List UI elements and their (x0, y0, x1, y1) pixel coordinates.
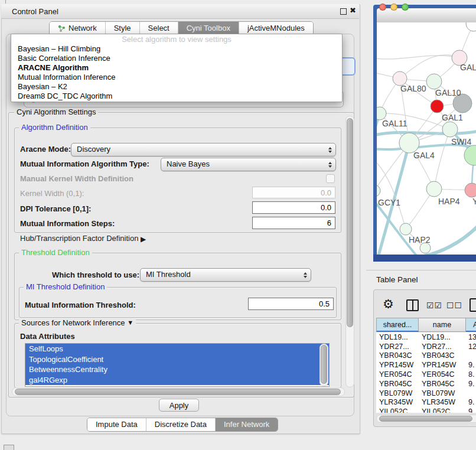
node-label: Y (472, 197, 476, 206)
dpi-tolerance-label: DPI Tolerance [0,1]: (20, 205, 91, 213)
panel-title: Control Panel (12, 7, 58, 16)
data-attributes-list: SelfLoops TopologicalCoefficient Between… (25, 343, 330, 387)
node-label: GAL80 (400, 84, 426, 93)
popup-item[interactable]: Basic Correlation Inference (11, 54, 342, 63)
combo-arrows-icon (328, 162, 332, 168)
dpi-tolerance-field[interactable] (252, 201, 335, 214)
scrollbar-thumb[interactable] (347, 118, 353, 327)
table-row[interactable]: YPR145WYPR145W9. (376, 360, 476, 370)
combo-value: Discovery (71, 144, 335, 155)
node-label: HAP2 (409, 235, 431, 244)
traffic-light-minimize-icon[interactable] (390, 4, 397, 11)
export-table-icon[interactable] (470, 298, 476, 312)
group-title: Algorithm Definition (19, 123, 90, 132)
combo-value: MI Threshold (141, 269, 311, 280)
tab-network[interactable]: Network (50, 22, 106, 35)
table-row[interactable]: YBR045CYBR045C9. (376, 379, 476, 389)
tab-select[interactable]: Select (140, 22, 178, 35)
node-label: GAL11 (382, 119, 407, 128)
network-icon (58, 25, 66, 32)
tab-label: Network (69, 22, 97, 35)
table-row[interactable]: YBR043CYBR043C (376, 351, 476, 361)
list-item[interactable]: TopologicalCoefficient (25, 354, 329, 365)
settings-vertical-scrollbar[interactable] (345, 116, 354, 387)
sources-group-title[interactable]: Sources for Network Inference ▼ (19, 319, 136, 327)
mi-algorithm-type-combo[interactable]: Naive Bayes (161, 158, 336, 171)
list-item[interactable]: SelfLoops (25, 344, 329, 354)
network-window-titlebar[interactable] (377, 8, 476, 23)
node-label: GAL4 (413, 151, 435, 160)
mi-steps-field[interactable] (252, 217, 335, 229)
combo-value: Naive Bayes (161, 158, 335, 169)
manual-kernel-label: Manual Kernel Width Definition (20, 175, 133, 183)
table-horizontal-scrollbar[interactable] (376, 415, 476, 423)
node-label: GAL (460, 63, 476, 72)
network-canvas[interactable]: GAL GAL80 GAL10 GAL1 GAL11 SWI4 GAL4 GCY… (377, 22, 476, 255)
popup-placeholder: Select algorithm to view settings (11, 35, 342, 44)
column-header-shared-name[interactable]: shared... (376, 318, 419, 332)
popup-item[interactable]: Bayesian – Hill Climbing (11, 44, 342, 54)
traffic-light-zoom-icon[interactable] (402, 4, 409, 11)
column-header-name[interactable]: name (419, 318, 466, 332)
list-scrollbar[interactable] (319, 344, 328, 386)
aracne-mode-combo[interactable]: Discovery (71, 143, 336, 156)
column-selector-icon[interactable] (406, 299, 419, 311)
tab-impute-data[interactable]: Impute Data (87, 418, 146, 431)
kernel-width-field[interactable] (252, 187, 335, 198)
node-label: GCY1 (378, 198, 400, 207)
mi-threshold-label: Mutual Information Threshold: (25, 301, 136, 309)
manual-kernel-checkbox[interactable] (326, 174, 335, 183)
combo-arrows-icon (304, 272, 307, 278)
hub-definition-expander[interactable]: Hub/Transcription Factor Definition ▶ (20, 234, 146, 243)
apply-button[interactable]: Apply (159, 399, 199, 412)
table-row[interactable]: YDL19...YDL19...13 (376, 332, 476, 342)
popup-item-highlighted[interactable]: ARACNE Algorithm (11, 63, 342, 73)
tab-style[interactable]: Style (106, 22, 140, 35)
combo-arrows-icon (328, 147, 332, 153)
mi-type-label: Mutual Information Algorithm Type: (20, 160, 149, 168)
group-title: Cyni Algorithm Settings (14, 108, 98, 116)
table-row[interactable]: YDR27...YDR27...12 (376, 342, 476, 351)
group-title: MI Threshold Definition (24, 283, 107, 291)
tab-jactivemnodules[interactable]: jActiveMNodules (239, 22, 313, 35)
table-row[interactable]: YIL052CYIL052C9 (376, 407, 476, 413)
popup-item[interactable]: Mutual Information Inference (11, 73, 342, 82)
select-all-checked-icon[interactable]: ☑☑ (426, 301, 442, 310)
popup-item[interactable]: Dream8 DC_TDC Algorithm (11, 92, 342, 101)
aracne-mode-label: Aracne Mode: (20, 145, 71, 154)
popup-item[interactable]: Bayesian – K2 (11, 82, 342, 92)
close-icon[interactable]: ✖ (350, 6, 356, 15)
scrollbar-thumb[interactable] (379, 416, 472, 422)
mi-threshold-field[interactable] (248, 298, 334, 310)
table-row[interactable]: YLR345WYLR345W9. (376, 398, 476, 407)
collapse-arrow-icon: ▼ (127, 319, 133, 326)
deselect-all-unchecked-icon[interactable]: ☐☐ (446, 301, 462, 310)
table-row[interactable]: YER054CYER054C8. (376, 370, 476, 379)
desktop: Control Panel ✖ Network Style Select Cyn… (0, 0, 476, 450)
settings-horizontal-scrollbar[interactable] (12, 387, 345, 396)
float-window-icon[interactable] (340, 8, 347, 15)
scrollbar-thumb[interactable] (321, 345, 327, 384)
cyni-bottom-tabbar: Impute Data Discretize Data Infer Networ… (87, 418, 278, 432)
tab-cyni-toolbox[interactable]: Cyni Toolbox (178, 22, 239, 35)
traffic-light-close-icon[interactable] (379, 4, 386, 11)
table-row[interactable]: YBL079WYBL079W (376, 389, 476, 398)
scrollbar-thumb[interactable] (15, 389, 341, 395)
column-header-cut[interactable]: A (466, 318, 476, 332)
tab-infer-network[interactable]: Infer Network (216, 418, 278, 431)
table-settings-gear-icon[interactable]: ⚙ (383, 298, 394, 311)
which-threshold-combo[interactable]: MI Threshold (140, 268, 311, 282)
list-item[interactable]: BetweennessCentrality (25, 364, 329, 375)
list-item[interactable]: gal4RGexp (25, 375, 329, 386)
node-label: GAL10 (435, 88, 461, 97)
node-label: HAP4 (438, 197, 460, 206)
node-table: YDL19...YDL19...13 YDR27...YDR27...12 YB… (376, 332, 476, 413)
which-threshold-label: Which threshold to use: (52, 271, 139, 279)
node-label: SWI4 (451, 137, 471, 146)
group-title: Threshold Definition (19, 249, 92, 257)
tab-discretize-data[interactable]: Discretize Data (146, 418, 216, 431)
table-panel-title: Table Panel (376, 275, 418, 284)
table-panel-divider (366, 270, 476, 270)
data-attributes-label: Data Attributes (20, 332, 75, 341)
floating-mini-icon[interactable] (4, 445, 14, 450)
